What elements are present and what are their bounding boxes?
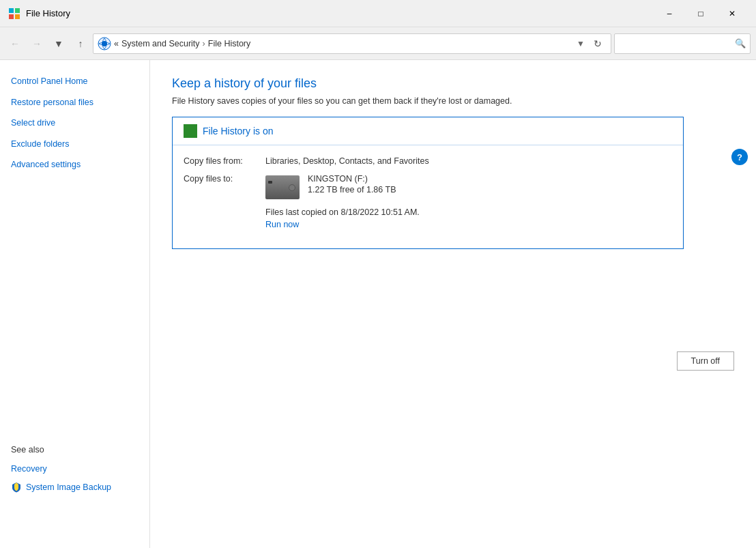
sidebar-item-advanced-settings[interactable]: Advanced settings: [0, 154, 149, 175]
copy-from-value: Libraries, Desktop, Contacts, and Favori…: [265, 156, 429, 166]
help-button[interactable]: ?: [731, 149, 748, 165]
dropdown-button[interactable]: ▼: [49, 34, 68, 53]
page-subtitle: File History saves copies of your files …: [172, 96, 734, 106]
address-icon: [98, 37, 111, 51]
copy-to-label: Copy files to:: [184, 174, 265, 184]
search-bar: 🔍: [614, 33, 751, 54]
window-title: File History: [26, 8, 70, 18]
drive-icon: [265, 175, 300, 199]
address-bar[interactable]: « System and Security › File History ▼ ↻: [93, 33, 611, 54]
page-content: ? Keep a history of your files File Hist…: [150, 60, 756, 548]
sidebar-item-select-drive[interactable]: Select drive: [0, 113, 149, 134]
status-indicator: [184, 124, 197, 138]
recovery-label: Recovery: [11, 461, 47, 477]
run-now-link[interactable]: Run now: [265, 220, 420, 229]
drive-name: KINGSTON (F:): [308, 174, 396, 184]
copy-from-row: Copy files from: Libraries, Desktop, Con…: [184, 156, 672, 166]
sidebar-item-exclude-folders[interactable]: Exclude folders: [0, 134, 149, 155]
nav-bar: ← → ▼ ↑ « System and Security › File His…: [0, 27, 756, 60]
status-panel: File History is on Copy files from: Libr…: [172, 117, 684, 249]
app-icon: [8, 8, 20, 20]
drive-space: 1.22 TB free of 1.86 TB: [308, 185, 396, 194]
svg-rect-3: [15, 14, 20, 19]
drive-info: KINGSTON (F:) 1.22 TB free of 1.86 TB: [265, 174, 396, 199]
address-path: « System and Security › File History: [114, 39, 572, 48]
search-input[interactable]: [619, 39, 735, 48]
refresh-button[interactable]: ↻: [589, 35, 607, 53]
copy-to-row: Copy files to: KINGSTON (F:) 1.22 TB fre…: [184, 174, 672, 199]
breadcrumb-current: File History: [208, 39, 251, 48]
copy-info: Files last copied on 8/18/2022 10:51 AM.…: [265, 207, 420, 229]
breadcrumb-prefix: «: [114, 39, 119, 48]
title-bar: File History – □ ✕: [0, 0, 756, 27]
svg-rect-2: [9, 14, 14, 19]
see-also-system-image-backup[interactable]: System Image Backup: [11, 478, 139, 497]
shield-icon: [11, 482, 22, 493]
page-title: Keep a history of your files: [172, 76, 734, 91]
sidebar: Control Panel Home Restore personal file…: [0, 60, 150, 548]
copy-from-label: Copy files from:: [184, 156, 265, 166]
last-copied-row: Files last copied on 8/18/2022 10:51 AM.…: [184, 207, 672, 229]
address-dropdown-button[interactable]: ▼: [575, 39, 586, 48]
bottom-buttons: Turn off: [677, 351, 734, 371]
search-icon: 🔍: [735, 38, 746, 48]
back-button[interactable]: ←: [5, 34, 25, 53]
minimize-button[interactable]: –: [654, 3, 685, 24]
see-also-title: See also: [11, 445, 139, 455]
status-title: File History is on: [203, 126, 273, 136]
breadcrumb-parent: System and Security: [121, 39, 200, 48]
turn-off-button[interactable]: Turn off: [677, 351, 734, 371]
breadcrumb-separator: ›: [203, 39, 205, 48]
main-content: Control Panel Home Restore personal file…: [0, 60, 756, 548]
status-body: Copy files from: Libraries, Desktop, Con…: [173, 145, 683, 248]
sidebar-item-control-panel-home[interactable]: Control Panel Home: [0, 71, 149, 92]
see-also-recovery[interactable]: Recovery: [11, 460, 139, 478]
forward-button[interactable]: →: [27, 34, 46, 53]
maximize-button[interactable]: □: [685, 3, 716, 24]
svg-rect-1: [15, 8, 20, 13]
window-controls: – □ ✕: [654, 3, 748, 24]
up-button[interactable]: ↑: [71, 34, 90, 53]
svg-rect-0: [9, 8, 14, 13]
see-also-section: See also Recovery System Image Backup: [0, 434, 150, 507]
system-image-backup-label: System Image Backup: [26, 480, 111, 495]
drive-details: KINGSTON (F:) 1.22 TB free of 1.86 TB: [308, 174, 396, 194]
sidebar-item-restore-personal-files[interactable]: Restore personal files: [0, 92, 149, 113]
close-button[interactable]: ✕: [716, 3, 748, 24]
last-copied: Files last copied on 8/18/2022 10:51 AM.: [265, 207, 420, 217]
status-header: File History is on: [173, 117, 683, 145]
